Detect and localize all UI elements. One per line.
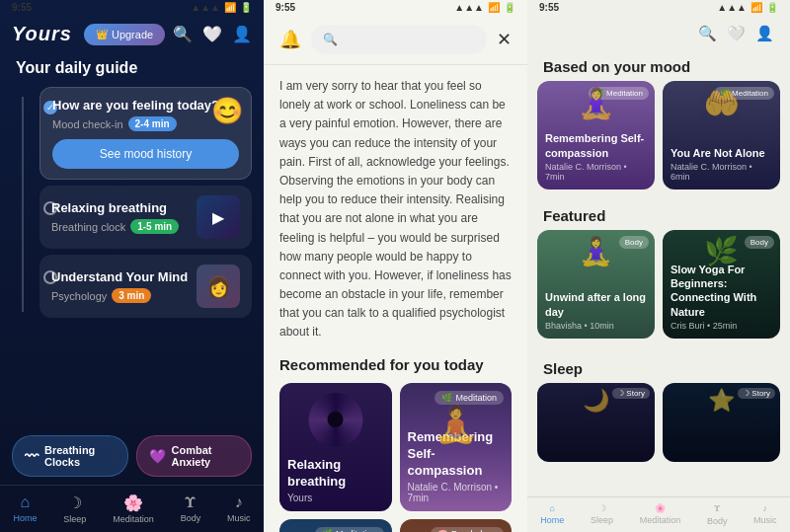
mood-person-2: 🤲 <box>703 86 740 120</box>
right-nav-meditation[interactable]: 🌸 Meditation <box>640 503 681 526</box>
left-bottom-nav: ⌂ Home ☽ Sleep 🌸 Meditation 𝚼 Body ♪ Mus… <box>0 485 264 532</box>
search-icon[interactable]: 🔍 <box>173 25 193 43</box>
bottom-chips: 〰 Breathing Clocks 💜 Combat Anxiety <box>0 427 264 485</box>
middle-header: 🔔 🔍 ✕ <box>264 15 527 65</box>
right-nav-home[interactable]: ⌂ Home <box>540 503 564 526</box>
combat-anxiety-chip[interactable]: 💜 Combat Anxiety <box>136 435 253 477</box>
sleep-img-1: 🌙 <box>583 388 609 414</box>
see-mood-history-button[interactable]: See mood history <box>52 139 239 169</box>
breathing-item[interactable]: Relaxing breathing Breathing clock 1-5 m… <box>40 186 252 249</box>
status-bar-right: 9:55 ▲▲▲ 📶 🔋 <box>527 0 790 15</box>
search-placeholder: 🔍 <box>323 33 338 46</box>
time-left: 9:55 <box>12 2 32 13</box>
left-nav-meditation[interactable]: 🌸 Meditation <box>105 492 162 526</box>
profile-icon-right[interactable]: 👤 <box>755 25 774 42</box>
middle-content: I am very sorry to hear that you feel so… <box>264 65 527 532</box>
wifi-mid: 📶 <box>488 2 500 13</box>
crown-icon: 👑 <box>96 29 108 39</box>
feat-card-2[interactable]: Body 🌿 Slow Yoga For Beginners: Connecti… <box>663 230 780 339</box>
mood-card-1-sub: Natalie C. Morrison • 7min <box>545 162 647 182</box>
breathing-item-sub: Breathing clock 1-5 min <box>51 219 197 234</box>
mind-item[interactable]: Understand Your Mind Psychology 3 min 👩 <box>40 255 252 318</box>
status-bar-left: 9:55 ▲▲▲ 📶 🔋 <box>0 0 264 15</box>
search-icon-right[interactable]: 🔍 <box>698 25 717 42</box>
signal-right: ▲▲▲ <box>717 2 747 13</box>
home-icon-right: ⌂ <box>550 503 555 513</box>
left-nav-music[interactable]: ♪ Music <box>219 492 259 526</box>
rec-card-1[interactable]: Relaxing breathing Yours <box>279 383 392 511</box>
play-button[interactable]: ▶ <box>197 195 240 239</box>
sleep-icon-right: ☽ <box>598 503 606 513</box>
sleep-img-2: ⭐ <box>708 388 735 414</box>
rec-card-4[interactable]: 👤 🧠 Psychology How To Deal With Social A… <box>400 519 513 532</box>
rec-card-3-bg: 🤲 🌿 Meditation You Are Not Alone Natalie… <box>279 519 392 532</box>
mood-card-1[interactable]: 🌿 Meditation 🧘‍♀️ Remembering Self-compa… <box>537 81 655 190</box>
status-bar-mid: 9:55 ▲▲▲ 📶 🔋 <box>264 0 527 15</box>
sleep-card-2[interactable]: ☽ Story ⭐ <box>663 383 780 462</box>
feat-person-2: 🌿 <box>704 235 739 267</box>
meditation-tag-icon: 🌿 <box>441 393 452 403</box>
mind-thumbnail: 👩 <box>197 265 240 308</box>
breathing-badge: 1-5 min <box>130 219 179 234</box>
rec-card-1-sub: Yours <box>287 493 384 503</box>
search-bar[interactable]: 🔍 <box>311 25 487 54</box>
mood-card-2[interactable]: 🌿 Meditation 🤲 You Are Not Alone Natalie… <box>663 81 780 190</box>
profile-icon[interactable]: 👤 <box>232 25 252 43</box>
wave-icon: 〰 <box>25 448 39 464</box>
feat-card-2-title: Slow Yoga For Beginners: Connecting With… <box>671 263 772 319</box>
featured-title: Featured <box>527 201 790 230</box>
guide-section: ✓ How are you feeling today? Mood check-… <box>12 87 252 322</box>
rec-card-3[interactable]: 🤲 🌿 Meditation You Are Not Alone Natalie… <box>279 519 392 532</box>
breathing-item-title: Relaxing breathing <box>51 200 197 215</box>
sleep-icon: ☽ <box>68 494 82 512</box>
sleep-section: Sleep ☽ Story 🌙 ☽ Story <box>527 350 790 466</box>
meditation-icon-right: 🌸 <box>655 503 666 513</box>
feat-person-1: 🧘‍♀️ <box>579 235 613 267</box>
breathing-item-left: Relaxing breathing Breathing clock 1-5 m… <box>51 200 197 234</box>
sleep-card-2-tag: ☽ Story <box>738 388 775 399</box>
breathing-clocks-chip[interactable]: 〰 Breathing Clocks <box>12 435 128 477</box>
mind-item-left: Understand Your Mind Psychology 3 min <box>51 269 197 303</box>
feat-card-1-inner: Body 🧘‍♀️ Unwind after a long day Bhavis… <box>537 230 655 339</box>
time-mid: 9:55 <box>276 2 295 13</box>
bell-icon[interactable]: 🔔 <box>279 29 301 50</box>
feat-card-1[interactable]: Body 🧘‍♀️ Unwind after a long day Bhavis… <box>537 230 655 339</box>
right-nav-music[interactable]: ♪ Music <box>753 503 777 526</box>
meditation-icon: 🌸 <box>123 494 143 512</box>
sleep-card-1[interactable]: ☽ Story 🌙 <box>537 383 655 462</box>
story-icon-2: ☽ <box>743 389 750 398</box>
mood-item[interactable]: How are you feeling today? Mood check-in… <box>40 87 252 180</box>
header-icons: 🔍 🤍 👤 <box>173 25 252 43</box>
status-icons-left: ▲▲▲ 📶 🔋 <box>191 2 252 13</box>
rec-title: Recommended for you today <box>279 356 512 373</box>
left-nav-home[interactable]: ⌂ Home <box>5 492 44 526</box>
mind-badge: 3 min <box>112 288 151 303</box>
signal-mid: ▲▲▲ <box>454 2 484 13</box>
time-right: 9:55 <box>539 2 559 13</box>
rec-card-2[interactable]: 🧘 🌿 Meditation Remembering Self-compassi… <box>400 383 513 511</box>
feat-card-2-sub: Cris Buri • 25min <box>671 321 772 331</box>
music-icon-right: ♪ <box>763 503 768 513</box>
story-icon-1: ☽ <box>617 389 624 398</box>
left-nav-body[interactable]: 𝚼 Body <box>173 492 209 526</box>
rec-card-3-tag: 🌿 Meditation <box>315 527 384 532</box>
heart-icon-right[interactable]: 🤍 <box>727 25 746 42</box>
upgrade-button[interactable]: 👑 Upgrade <box>84 24 165 45</box>
mood-emoji: 😊 <box>211 96 243 126</box>
feat-card-1-title: Unwind after a long day <box>545 290 647 319</box>
left-nav-sleep[interactable]: ☽ Sleep <box>55 492 94 526</box>
close-icon[interactable]: ✕ <box>497 29 512 50</box>
left-panel: 9:55 ▲▲▲ 📶 🔋 Yours 👑 Upgrade 🔍 🤍 👤 Your … <box>0 0 264 532</box>
heart-icon[interactable]: 🤍 <box>202 25 222 43</box>
rec-card-2-tag: 🌿 Meditation <box>434 391 504 405</box>
logo: Yours <box>12 23 72 45</box>
daily-guide-title: Your daily guide <box>0 53 264 87</box>
meditation-tag-icon-2: 🌿 <box>322 529 333 532</box>
feat-card-2-tag: Body <box>745 236 774 249</box>
right-nav-body[interactable]: 𝚼 Body <box>707 503 728 526</box>
mood-card-1-inner: 🌿 Meditation 🧘‍♀️ Remembering Self-compa… <box>537 81 655 190</box>
sleep-card-1-tag: ☽ Story <box>612 388 650 399</box>
home-icon: ⌂ <box>21 494 31 511</box>
flame-icon: 💜 <box>149 448 166 464</box>
right-nav-sleep[interactable]: ☽ Sleep <box>591 503 613 526</box>
